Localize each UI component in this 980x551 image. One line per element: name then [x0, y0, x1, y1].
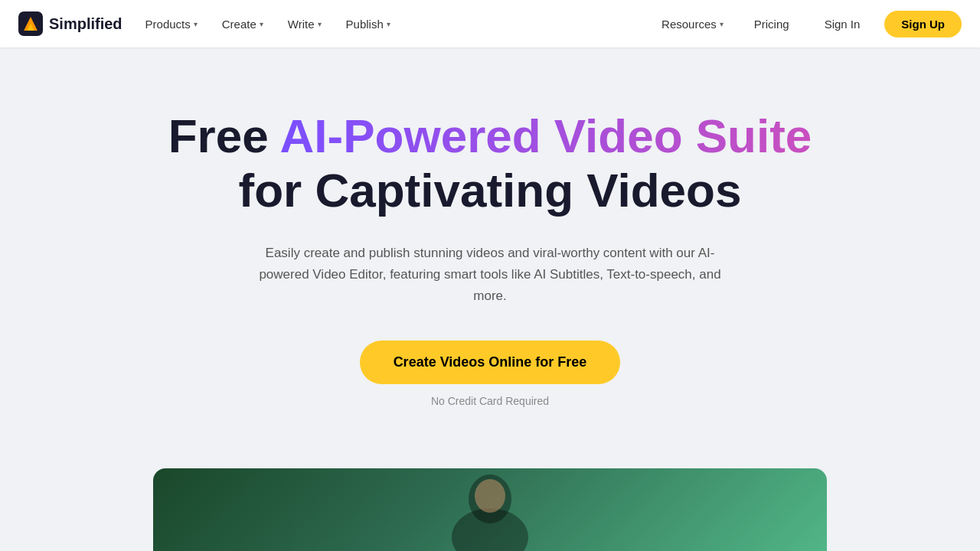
chevron-down-icon: ▾ [318, 20, 322, 28]
chevron-down-icon: ▾ [720, 20, 724, 28]
hero-subtitle: Easily create and publish stunning video… [245, 243, 735, 307]
hero-title-gradient: AI-Powered Video Suite [280, 109, 812, 162]
signin-button[interactable]: Sign In [809, 11, 876, 37]
hero-section: Free AI-Powered Video Suite for Captivat… [0, 47, 980, 438]
chevron-down-icon: ▾ [387, 20, 390, 28]
svg-point-4 [452, 508, 528, 551]
nav-resources[interactable]: Resources ▾ [651, 11, 734, 37]
chevron-down-icon: ▾ [194, 20, 198, 28]
svg-point-5 [475, 479, 505, 513]
nav-create[interactable]: Create ▾ [211, 11, 274, 37]
nav-products[interactable]: Products ▾ [135, 11, 208, 37]
logo-text: Simplified [49, 15, 122, 33]
nav-products-label: Products [145, 18, 191, 31]
nav-pricing[interactable]: Pricing [743, 11, 800, 37]
nav-publish[interactable]: Publish ▾ [335, 11, 401, 37]
hero-title-part2: for Captivating Videos [239, 164, 742, 217]
hero-title-part1: Free [168, 109, 280, 162]
nav-write-label: Write [288, 18, 315, 31]
chevron-down-icon: ▾ [260, 20, 263, 28]
nav-resources-label: Resources [662, 18, 717, 31]
no-card-text: No Credit Card Required [431, 395, 549, 407]
hero-title: Free AI-Powered Video Suite for Captivat… [145, 109, 835, 218]
logo-link[interactable]: Simplified [18, 11, 122, 36]
person-silhouette [406, 468, 574, 551]
nav-right-items: Resources ▾ Pricing Sign In Sign Up [651, 11, 962, 37]
nav-write[interactable]: Write ▾ [277, 11, 332, 37]
nav-left-items: Products ▾ Create ▾ Write ▾ Publish ▾ [135, 11, 401, 37]
signup-button[interactable]: Sign Up [884, 11, 962, 37]
logo-icon [18, 11, 43, 36]
navbar: Simplified Products ▾ Create ▾ Write ▾ P… [0, 0, 980, 47]
video-preview [153, 468, 827, 551]
nav-publish-label: Publish [346, 18, 384, 31]
cta-button[interactable]: Create Videos Online for Free [360, 341, 621, 384]
video-preview-bg [153, 468, 827, 551]
nav-create-label: Create [222, 18, 256, 31]
nav-pricing-label: Pricing [754, 18, 789, 31]
video-preview-wrapper [0, 468, 980, 551]
